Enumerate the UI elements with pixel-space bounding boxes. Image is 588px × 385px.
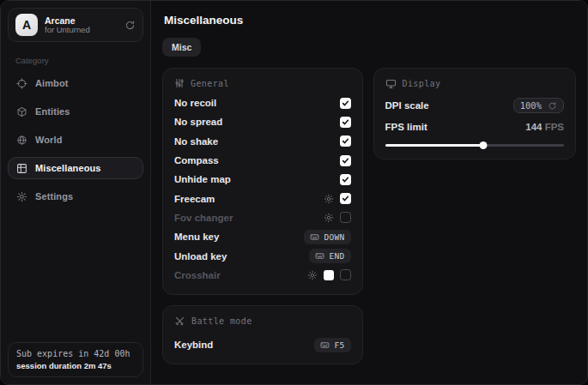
dpi-scale-value: 100% (520, 100, 542, 111)
tab-bar: Misc (162, 38, 576, 57)
checkbox-checked[interactable] (340, 98, 351, 109)
keybind-value: F5 (334, 340, 344, 350)
keyboard-icon (315, 251, 324, 261)
page-title: Miscellaneous (164, 14, 576, 27)
keybind-value: DOWN (324, 232, 344, 242)
display-section-title: Display (403, 79, 441, 88)
category-label: Category (15, 56, 143, 65)
keyboard-icon (320, 340, 330, 350)
sliders-icon (174, 78, 185, 88)
setting-row-unhide-map: Unhide map (174, 170, 351, 189)
app-window: A Arcane for Unturned Category AimbotEnt… (0, 0, 588, 385)
session-duration-text: session duration 2m 47s (16, 361, 135, 370)
setting-label: Menu key (174, 232, 219, 242)
keybind-button[interactable]: END (309, 249, 350, 263)
keybind-value: END (329, 251, 344, 261)
sidebar-item-aimbot[interactable]: Aimbot (8, 72, 143, 94)
fps-limit-unit: FPS (545, 122, 564, 132)
tab-misc[interactable]: Misc (162, 38, 201, 57)
gear-icon[interactable] (324, 213, 334, 223)
setting-row-fov-changer: Fov changer (174, 208, 351, 227)
setting-row-no-shake: No shake (174, 132, 351, 151)
app-name: Arcane (45, 15, 118, 26)
checkbox-checked[interactable] (340, 174, 351, 185)
setting-label: Fov changer (174, 213, 233, 223)
monitor-icon (385, 78, 397, 89)
sidebar-item-world[interactable]: World (8, 129, 143, 151)
setting-label: No shake (174, 136, 218, 147)
setting-row-no-recoil: No recoil (174, 93, 351, 112)
main-panel: Miscellaneous Misc General No recoilNo s… (151, 1, 587, 384)
setting-row-compass: Compass (174, 151, 351, 170)
setting-label: FPS limit (385, 122, 427, 132)
sidebar-item-entities[interactable]: Entities (8, 100, 143, 123)
setting-row-menu-key: Menu keyDOWN (174, 227, 351, 246)
setting-label: DPI scale (385, 100, 429, 111)
slider-fill (385, 144, 484, 147)
globe-icon (16, 135, 27, 146)
slider-thumb[interactable] (480, 141, 488, 149)
gear-icon (16, 191, 27, 202)
sidebar-item-miscellaneous[interactable]: Miscellaneous (8, 157, 143, 179)
checkbox-unchecked[interactable] (340, 212, 351, 223)
sidebar: A Arcane for Unturned Category AimbotEnt… (1, 1, 151, 384)
keyboard-icon (310, 232, 319, 242)
sub-expiry-text: Sub expires in 42d 00h (16, 349, 135, 358)
checkbox-checked[interactable] (340, 155, 351, 166)
setting-row-crosshair: Crosshair (174, 266, 351, 285)
checkbox-checked[interactable] (340, 117, 351, 128)
general-section-title: General (191, 79, 229, 88)
fps-limit-value: 144 (525, 122, 542, 132)
setting-row-unload-key: Unload keyEND (174, 246, 351, 265)
sidebar-item-label: Entities (35, 106, 70, 117)
sidebar-item-label: Aimbot (35, 78, 68, 88)
checkbox-unchecked[interactable] (340, 269, 351, 280)
checkbox-checked[interactable] (340, 193, 351, 204)
keybind-button[interactable]: DOWN (304, 230, 350, 244)
keybind-button[interactable]: F5 (314, 338, 350, 352)
setting-row-freecam: Freecam (174, 189, 351, 208)
grid-icon (16, 163, 27, 174)
setting-label: Unload key (174, 251, 227, 262)
setting-label: Crosshair (174, 270, 221, 280)
battle-mode-card: Battle mode Keybind F5 (162, 305, 363, 364)
fps-limit-slider[interactable] (385, 141, 564, 149)
setting-row-keybind: Keybind F5 (174, 335, 351, 354)
cube-icon (16, 106, 27, 117)
sidebar-item-label: Settings (35, 191, 73, 202)
swords-icon (174, 316, 185, 327)
setting-row-fps-limit: FPS limit 144 FPS (385, 122, 564, 132)
setting-label: Freecam (174, 194, 215, 204)
setting-row-dpi-scale: DPI scale 100% (385, 98, 564, 113)
setting-label: Unhide map (174, 174, 231, 184)
gear-icon[interactable] (324, 194, 334, 204)
color-swatch[interactable] (324, 270, 334, 280)
app-header-card: A Arcane for Unturned (8, 8, 143, 42)
refresh-icon[interactable] (124, 20, 136, 31)
dpi-scale-control[interactable]: 100% (513, 98, 564, 113)
crosshair-icon (16, 78, 27, 89)
sidebar-item-settings[interactable]: Settings (8, 185, 143, 208)
display-card: Display DPI scale 100% FPS limit 144 (373, 68, 576, 159)
setting-label: Compass (174, 155, 219, 165)
refresh-icon[interactable] (548, 101, 557, 111)
setting-label: No spread (174, 117, 222, 127)
battle-mode-section-title: Battle mode (191, 316, 252, 326)
general-card: General No recoilNo spreadNo shakeCompas… (162, 68, 363, 295)
setting-label: No recoil (174, 98, 216, 108)
sidebar-item-label: World (35, 135, 62, 145)
checkbox-checked[interactable] (340, 135, 351, 147)
subscription-card: Sub expires in 42d 00h session duration … (8, 342, 143, 377)
gear-icon[interactable] (307, 270, 318, 280)
app-subtitle: for Unturned (45, 26, 118, 35)
sidebar-nav: AimbotEntitiesWorldMiscellaneousSettings (8, 72, 143, 208)
sidebar-item-label: Miscellaneous (35, 163, 101, 173)
setting-row-no-spread: No spread (174, 112, 351, 131)
app-avatar: A (15, 14, 38, 36)
setting-label: Keybind (174, 340, 213, 350)
